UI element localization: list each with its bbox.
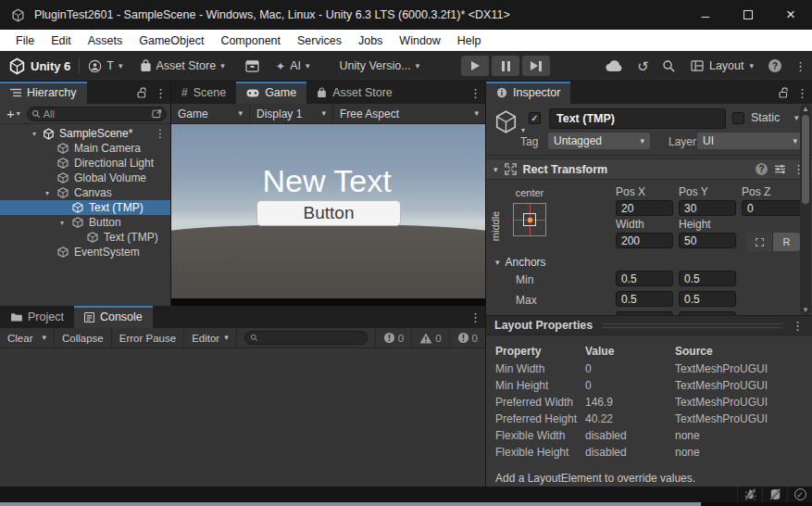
tree-row[interactable]: ▾ Canvas bbox=[0, 185, 170, 200]
menu-file[interactable]: File bbox=[7, 34, 43, 47]
play-button[interactable] bbox=[461, 56, 489, 76]
gameobject-icon-selector[interactable]: ▾ bbox=[493, 109, 518, 134]
rect-transform-header[interactable]: ▾ Rect Transform ? ⋮ bbox=[486, 158, 812, 180]
tree-row[interactable]: Main Camera bbox=[0, 141, 170, 156]
console-search-input[interactable] bbox=[244, 331, 368, 345]
static-checkbox[interactable] bbox=[732, 112, 744, 124]
pos-y-field[interactable]: 30 bbox=[679, 200, 736, 216]
tree-row-scene[interactable]: ▾ SampleScene* ⋮ bbox=[0, 126, 170, 141]
toolbar-kebab-menu[interactable]: ⋮ bbox=[794, 59, 806, 73]
scene-kebab-menu[interactable]: ⋮ bbox=[155, 127, 166, 140]
layout-properties-kebab-menu[interactable]: ⋮ bbox=[792, 319, 804, 333]
warning-count[interactable]: 0 bbox=[411, 328, 448, 348]
tab-asset-store[interactable]: Asset Store bbox=[306, 82, 403, 104]
foldout-icon[interactable]: ▾ bbox=[493, 165, 498, 174]
info-count[interactable]: 0 bbox=[375, 328, 411, 348]
menu-assets[interactable]: Assets bbox=[80, 34, 131, 47]
maximize-button[interactable] bbox=[727, 0, 769, 30]
unity-hub-button[interactable]: Unity 6 bbox=[0, 57, 79, 75]
scroll-up-arrow[interactable]: ▲ bbox=[800, 105, 811, 113]
game-viewport[interactable]: New Text Button bbox=[171, 124, 485, 306]
pause-button[interactable] bbox=[492, 56, 519, 76]
tree-row[interactable]: ▾ Button bbox=[0, 215, 170, 230]
cloud-button[interactable] bbox=[605, 59, 624, 72]
menu-component[interactable]: Component bbox=[212, 34, 289, 47]
anchors-max-x-field[interactable]: 0.5 bbox=[616, 291, 673, 307]
close-button[interactable]: × bbox=[769, 0, 812, 30]
menu-help[interactable]: Help bbox=[449, 34, 490, 47]
tree-row[interactable]: Directional Light bbox=[0, 156, 170, 171]
drag-handle[interactable] bbox=[602, 323, 782, 328]
component-help-icon[interactable]: ? bbox=[756, 163, 768, 175]
anchors-foldout[interactable]: ▾ Anchors bbox=[495, 256, 546, 269]
menu-jobs[interactable]: Jobs bbox=[350, 34, 391, 47]
anchors-max-y-field[interactable]: 0.5 bbox=[679, 291, 736, 307]
layer-dropdown[interactable]: UI▾ bbox=[697, 133, 803, 149]
aspect-ratio-dropdown[interactable]: Free Aspect▾ bbox=[333, 104, 485, 123]
foldout-icon[interactable]: ▾ bbox=[57, 219, 67, 227]
menu-window[interactable]: Window bbox=[391, 34, 448, 47]
tab-game[interactable]: Game bbox=[236, 82, 306, 104]
console-log-area[interactable] bbox=[0, 348, 485, 487]
create-object-button[interactable]: +▾ bbox=[4, 106, 23, 121]
asset-store-dropdown[interactable]: Asset Store ▾ bbox=[131, 59, 233, 72]
display-dropdown[interactable]: Display 1▾ bbox=[250, 104, 333, 123]
lock-open-icon[interactable] bbox=[137, 87, 147, 98]
tree-row[interactable]: EventSystem bbox=[0, 245, 170, 259]
console-kebab-menu[interactable]: ⋮ bbox=[469, 310, 481, 324]
foldout-icon[interactable]: ▾ bbox=[30, 130, 39, 138]
help-button[interactable]: ? bbox=[768, 59, 781, 72]
lock-open-icon[interactable] bbox=[779, 87, 789, 98]
debugger-status-button[interactable] bbox=[737, 487, 762, 502]
tree-row-selected[interactable]: Text (TMP) bbox=[0, 200, 170, 215]
tree-row[interactable]: Global Volume bbox=[0, 171, 170, 185]
height-field[interactable]: 50 bbox=[679, 233, 736, 248]
tab-hierarchy[interactable]: Hierarchy bbox=[0, 82, 87, 104]
layout-dropdown[interactable]: Layout ▾ bbox=[689, 59, 756, 72]
package-manager-button[interactable] bbox=[237, 60, 268, 72]
scene-ui-button[interactable]: Button bbox=[256, 200, 401, 226]
collapse-button[interactable]: Collapse bbox=[55, 328, 112, 348]
scrollbar-thumb[interactable] bbox=[802, 115, 809, 204]
hierarchy-search-input[interactable]: All bbox=[27, 107, 167, 121]
menu-edit[interactable]: Edit bbox=[43, 34, 80, 47]
tab-console[interactable]: Console bbox=[74, 306, 153, 328]
search-button[interactable] bbox=[662, 59, 676, 73]
scroll-down-arrow[interactable]: ▼ bbox=[800, 306, 811, 314]
clear-button[interactable]: Clear bbox=[0, 328, 37, 348]
undo-history-button[interactable]: ↺ bbox=[637, 59, 649, 73]
hierarchy-kebab-menu[interactable]: ⋮ bbox=[155, 86, 167, 100]
pos-z-field[interactable]: 0 bbox=[742, 200, 805, 216]
background-tasks-button[interactable]: ✓ bbox=[787, 487, 812, 502]
game-target-dropdown[interactable]: Game▾ bbox=[171, 104, 250, 123]
inspector-scrollbar[interactable]: ▲ ▼ bbox=[800, 104, 811, 315]
active-checkbox[interactable]: ✓ bbox=[529, 112, 541, 124]
minimize-button[interactable]: – bbox=[684, 0, 727, 30]
unity-version-dropdown[interactable]: Unity Versio... ▾ bbox=[331, 59, 429, 72]
blueprint-mode-button[interactable] bbox=[746, 233, 772, 251]
tree-row[interactable]: Text (TMP) bbox=[0, 230, 170, 245]
editor-dropdown[interactable]: Editor▾ bbox=[184, 328, 237, 348]
width-field[interactable]: 200 bbox=[616, 233, 673, 248]
presets-icon[interactable] bbox=[774, 164, 786, 174]
clear-dropdown[interactable]: ▾ bbox=[37, 328, 55, 348]
tab-inspector[interactable]: Inspector bbox=[486, 82, 570, 104]
pos-x-field[interactable]: 20 bbox=[616, 200, 673, 216]
ai-dropdown[interactable]: ✦ AI ▾ bbox=[268, 59, 319, 73]
pick-window-icon[interactable] bbox=[152, 108, 162, 119]
raw-edit-mode-button[interactable]: R bbox=[772, 233, 800, 251]
anchor-preset-widget[interactable] bbox=[513, 203, 546, 236]
menu-gameobject[interactable]: GameObject bbox=[131, 34, 212, 47]
inspector-kebab-menu[interactable]: ⋮ bbox=[796, 86, 808, 100]
tab-scene[interactable]: # Scene bbox=[171, 82, 236, 104]
account-dropdown[interactable]: T ▾ bbox=[80, 59, 131, 73]
cache-server-status-button[interactable] bbox=[762, 487, 787, 502]
static-dropdown[interactable]: ▾ bbox=[794, 114, 799, 122]
gameobject-name-field[interactable]: Text (TMP) bbox=[549, 108, 726, 129]
error-pause-button[interactable]: Error Pause bbox=[112, 328, 184, 348]
foldout-icon[interactable]: ▾ bbox=[43, 189, 52, 197]
anchors-min-x-field[interactable]: 0.5 bbox=[616, 271, 673, 286]
step-button[interactable] bbox=[522, 56, 550, 76]
game-kebab-menu[interactable]: ⋮ bbox=[469, 86, 481, 100]
anchors-min-y-field[interactable]: 0.5 bbox=[679, 271, 736, 286]
